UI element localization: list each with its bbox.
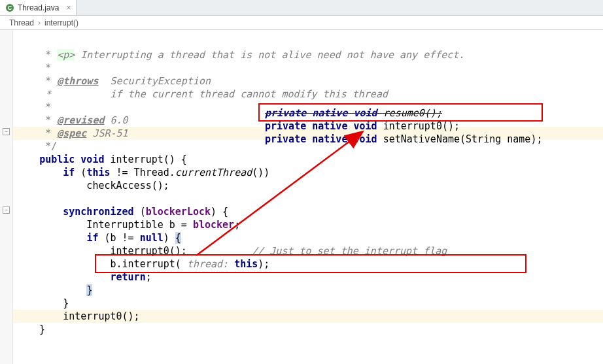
code-line: b.interrupt( thread: this);	[16, 258, 269, 270]
chevron-right-icon: ›	[38, 18, 41, 27]
gutter: − −	[0, 30, 13, 364]
code-line: synchronized (blockerLock) {	[16, 206, 228, 218]
code-line: if (b != null) {	[16, 232, 181, 244]
code-line: }	[16, 297, 69, 309]
code-line: Interruptible b = blocker;	[16, 219, 240, 231]
class-icon: C	[5, 3, 14, 12]
code-line: }	[16, 284, 92, 296]
overlay-line: private native void setNativeName(String…	[265, 133, 542, 145]
file-tab[interactable]: C Thread.java ×	[0, 0, 77, 15]
overlay-snippet: private native void resume0(); private n…	[265, 93, 542, 159]
code-line: }	[16, 323, 45, 335]
close-icon[interactable]: ×	[66, 3, 71, 12]
fold-toggle[interactable]: −	[3, 128, 10, 135]
svg-text:C: C	[8, 5, 12, 11]
code-line: checkAccess();	[16, 180, 169, 191]
code-area[interactable]: * <p> Interrupting a thread that is not …	[16, 35, 464, 349]
code-line: return;	[16, 271, 152, 283]
code-line: * <p> Interrupting a thread that is not …	[16, 49, 464, 61]
overlay-line: private native void interrupt0();	[265, 120, 460, 132]
breadcrumb-method[interactable]: interrupt()	[44, 18, 78, 27]
overlay-line: private native void resume0();	[265, 107, 442, 119]
file-tab-label: Thread.java	[18, 3, 59, 12]
code-line: if (this != Thread.currentThread())	[16, 167, 269, 178]
tab-bar: C Thread.java ×	[0, 0, 603, 16]
code-line: * @spec JSR-51	[16, 127, 128, 139]
breadcrumb-class[interactable]: Thread	[9, 18, 34, 27]
code-line: interrupt0(); // Just to set the interru…	[16, 245, 447, 257]
code-line: *	[16, 101, 51, 113]
code-line: interrupt0();	[16, 310, 140, 322]
code-line: */	[16, 141, 57, 152]
code-editor[interactable]: − − * <p> Interrupting a thread that is …	[0, 30, 603, 364]
code-line: *	[16, 62, 51, 74]
code-line: public void interrupt() {	[16, 154, 187, 165]
code-line: * @revised 6.0	[16, 114, 128, 126]
code-line: * @throws SecurityException	[16, 75, 211, 87]
fold-toggle[interactable]: −	[3, 207, 10, 214]
breadcrumb: Thread › interrupt()	[0, 16, 603, 30]
